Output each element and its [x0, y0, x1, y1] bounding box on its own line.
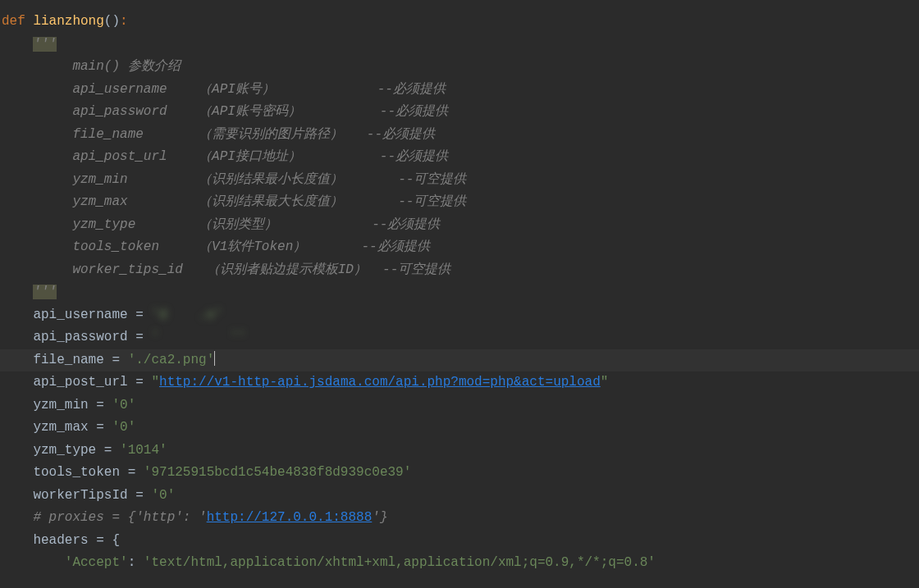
line-doc-5: yzm_min （识别结果最小长度值） --可空提供 — [0, 169, 919, 192]
line-doc-7: yzm_type （识别类型） --必须提供 — [0, 214, 919, 237]
line-yzm-type: yzm_type = '1014' — [0, 440, 919, 463]
line-doc-3: file_name （需要识别的图片路径） --必须提供 — [0, 124, 919, 147]
line-worker-tips-id: workerTipsId = '0' — [0, 485, 919, 508]
line-file-name: file_name = './ca2.png' — [0, 349, 919, 372]
line-doc-9: worker_tips_id （识别者贴边提示模板ID） --可空提供 — [0, 259, 919, 282]
line-doc-1: api_username （API账号） --必须提供 — [0, 79, 919, 102]
parens: () — [104, 14, 120, 29]
line-tools-token: tools_token = '97125915bcd1c54be4838f8d9… — [0, 462, 919, 485]
line-doc-2: api_password （API账号密码） --必须提供 — [0, 101, 919, 124]
cursor — [214, 351, 215, 366]
url-link[interactable]: http://v1-http-api.jsdama.com/api.php?mo… — [159, 375, 601, 390]
keyword-def: def — [2, 14, 33, 29]
line-proxies-comment: # proxies = {'http': 'http://127.0.0.1:8… — [0, 507, 919, 530]
func-name: lianzhong — [33, 14, 103, 29]
line-headers: headers = { — [0, 530, 919, 553]
line-def: def lianzhong(): — [0, 11, 919, 34]
line-accept: 'Accept': 'text/html,application/xhtml+x… — [0, 552, 919, 575]
line-doc-4: api_post_url （API接口地址） --必须提供 — [0, 146, 919, 169]
line-docstring-open: ''' — [0, 34, 919, 57]
line-api-post-url: api_post_url = "http://v1-http-api.jsdam… — [0, 371, 919, 394]
line-yzm-min: yzm_min = '0' — [0, 394, 919, 417]
colon: : — [120, 14, 128, 29]
line-api-username: api_username = 'd .o' — [0, 304, 919, 327]
line-docstring-close: ''' — [0, 281, 919, 304]
line-yzm-max: yzm_max = '0' — [0, 417, 919, 440]
line-doc-6: yzm_max （识别结果最大长度值） --可空提供 — [0, 191, 919, 214]
line-doc-0: main() 参数介绍 — [0, 56, 919, 79]
proxies-url-link[interactable]: http://127.0.0.1:8888 — [207, 510, 373, 525]
line-doc-8: tools_token （V1软件Token） --必须提供 — [0, 236, 919, 259]
line-api-password: api_password = ' '' — [0, 326, 919, 349]
code-editor[interactable]: def lianzhong(): ''' main() 参数介绍 api_use… — [0, 11, 919, 575]
